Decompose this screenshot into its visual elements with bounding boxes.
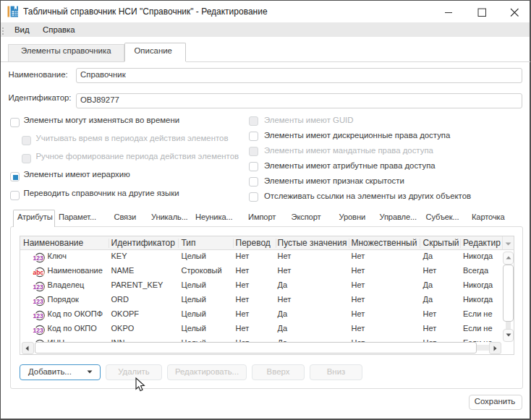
svg-text:123: 123 [33,312,43,320]
svg-text:abc: abc [33,269,44,276]
svg-text:123: 123 [33,283,43,291]
svg-text:123: 123 [33,298,43,305]
svg-text:123: 123 [33,254,43,262]
svg-text:123: 123 [33,327,43,334]
